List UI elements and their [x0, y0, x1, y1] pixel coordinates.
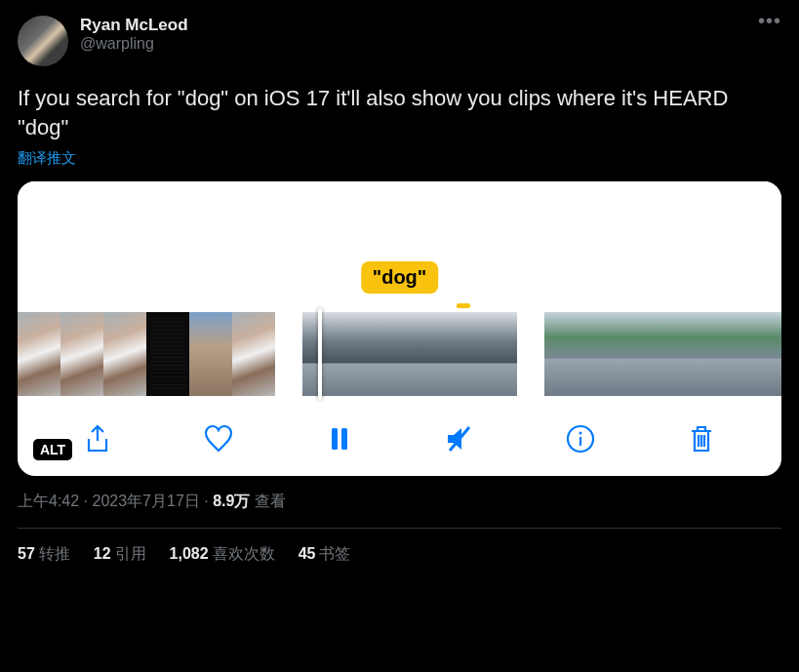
- translate-link[interactable]: 翻译推文: [18, 149, 76, 168]
- trash-icon: [686, 423, 717, 455]
- tweet-time[interactable]: 上午4:42: [18, 493, 79, 509]
- tweet-meta: 上午4:42 · 2023年7月17日 · 8.9万 查看: [18, 492, 781, 512]
- video-frame: [232, 312, 275, 396]
- svg-rect-0: [332, 428, 338, 450]
- avatar[interactable]: [18, 16, 68, 66]
- media-whitespace: [18, 181, 781, 265]
- video-frame: [302, 312, 345, 396]
- views-count: 8.9万: [213, 493, 250, 509]
- user-handle[interactable]: @warpling: [80, 35, 188, 53]
- video-frame: [544, 312, 587, 396]
- video-frame: [587, 312, 630, 396]
- heart-icon: [203, 423, 234, 455]
- user-block[interactable]: Ryan McLeod @warpling: [18, 16, 188, 66]
- views-label: 查看: [250, 493, 285, 509]
- tweet-container: Ryan McLeod @warpling ••• If you search …: [0, 0, 799, 580]
- mute-icon: [444, 423, 475, 455]
- tweet-header: Ryan McLeod @warpling •••: [18, 16, 781, 66]
- display-name[interactable]: Ryan McLeod: [80, 16, 188, 35]
- tweet-text: If you search for "dog" on iOS 17 it'll …: [18, 84, 781, 141]
- like-button[interactable]: [197, 417, 240, 460]
- search-term-chip: "dog": [361, 261, 439, 294]
- tweet-date[interactable]: 2023年7月17日: [92, 493, 199, 509]
- more-options-icon[interactable]: •••: [758, 16, 781, 25]
- video-frame: [759, 312, 781, 396]
- quotes-stat[interactable]: 12引用: [94, 544, 146, 565]
- video-frame: [345, 312, 388, 396]
- video-frame: [630, 312, 673, 396]
- video-frame: [716, 312, 759, 396]
- video-frame: [146, 312, 189, 396]
- video-frame: [474, 312, 517, 396]
- video-frame: [103, 312, 146, 396]
- svg-rect-1: [341, 428, 347, 450]
- chip-marker: [457, 303, 470, 308]
- media-toolbar: [18, 406, 781, 464]
- pause-button[interactable]: [318, 417, 361, 460]
- retweets-stat[interactable]: 57转推: [18, 544, 70, 565]
- delete-button[interactable]: [680, 417, 723, 460]
- clip-segment-1[interactable]: [18, 312, 275, 396]
- video-frame: [388, 312, 431, 396]
- info-button[interactable]: [559, 417, 602, 460]
- likes-stat[interactable]: 1,082喜欢次数: [170, 544, 275, 565]
- divider: [18, 528, 781, 529]
- share-button[interactable]: [76, 417, 119, 460]
- info-icon: [565, 423, 596, 455]
- video-frame: [673, 312, 716, 396]
- video-frame: [189, 312, 232, 396]
- video-frame: [431, 312, 474, 396]
- playhead[interactable]: [318, 308, 322, 400]
- clip-segment-2[interactable]: [302, 312, 517, 396]
- video-frame: [60, 312, 103, 396]
- stats-row: 57转推 12引用 1,082喜欢次数 45书签: [18, 544, 781, 565]
- bookmarks-stat[interactable]: 45书签: [299, 544, 351, 565]
- svg-point-4: [579, 432, 582, 435]
- video-frame: [18, 312, 60, 396]
- share-icon: [82, 423, 113, 455]
- media-card[interactable]: "dog": [18, 181, 781, 476]
- clip-segment-3[interactable]: [544, 312, 781, 396]
- mute-button[interactable]: [438, 417, 481, 460]
- pause-icon: [324, 423, 355, 455]
- alt-badge[interactable]: ALT: [33, 439, 72, 460]
- user-names: Ryan McLeod @warpling: [80, 16, 188, 53]
